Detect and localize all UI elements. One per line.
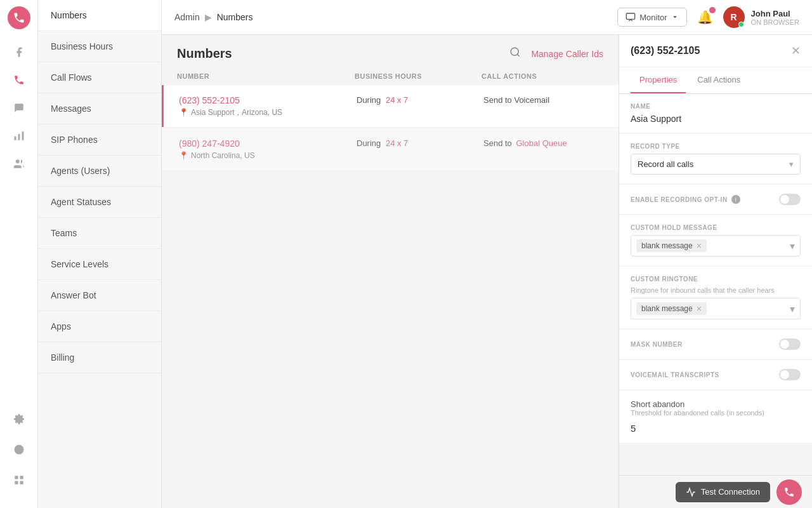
breadcrumb-arrow: ▶ (205, 12, 212, 22)
record-type-section: RECORD TYPE Record all calls ▾ (619, 134, 812, 184)
phone-number: (980) 247-4920 (179, 138, 357, 149)
voicemail-label: VOICEMAIL TRANSCRIPTS (631, 371, 719, 378)
nav-grid-icon[interactable] (6, 467, 32, 493)
sidebar-item-teams[interactable]: Teams (38, 218, 161, 249)
voicemail-toggle[interactable] (779, 369, 801, 380)
topbar: Admin ▶ Numbers Monitor 🔔 R John Paul (162, 0, 812, 35)
test-connection-button[interactable]: Test Connection (676, 482, 770, 502)
sidebar-item-apps[interactable]: Apps (38, 311, 161, 342)
record-type-value: Record all calls (638, 159, 693, 169)
mask-number-row: MASK NUMBER (631, 338, 801, 350)
row-number-cell: (623) 552-2105 📍 Asia Support, Arizona, … (179, 95, 357, 117)
col-number: NUMBER (177, 72, 355, 80)
sidebar-item-service-levels[interactable]: Service Levels (38, 249, 161, 280)
nav-phone-icon[interactable] (6, 67, 32, 93)
svg-point-12 (511, 48, 519, 55)
record-type-select[interactable]: Record all calls ▾ (631, 154, 801, 175)
dropdown-chevron-icon: ▾ (790, 303, 795, 315)
sidebar-item-business-hours[interactable]: Business Hours (38, 31, 161, 62)
manage-caller-ids-button[interactable]: Manage Caller Ids (531, 49, 603, 59)
enable-recording-label: ENABLE RECORDING OPT-IN (631, 196, 728, 203)
notification-icon[interactable]: 🔔 (697, 10, 713, 25)
table-header: NUMBER BUSINESS HOURS CALL ACTIONS (162, 67, 619, 85)
custom-ringtone-section: CUSTOM RINGTONE Ringtone for inbound cal… (619, 267, 812, 328)
sidebar-item-answer-bot[interactable]: Answer Bot (38, 280, 161, 311)
notification-badge (709, 7, 716, 13)
custom-ringtone-label: CUSTOM RINGTONE (631, 276, 801, 283)
numbers-panel: Numbers Manage Caller Ids NUMBER BUSINES… (162, 35, 619, 508)
short-abandon-title: Short abandon (631, 399, 801, 409)
right-panel-header: (623) 552-2105 ✕ (619, 35, 812, 67)
sidebar-item-agent-statuses[interactable]: Agent Statuses (38, 187, 161, 218)
short-abandon-section: Short abandon Threshold for abandoned ca… (619, 391, 812, 443)
row-location-text: Arizona, US (242, 108, 282, 117)
short-abandon-sub: Threshold for abandoned calls (in second… (631, 409, 801, 417)
hours-link[interactable]: 24 x 7 (386, 138, 408, 148)
user-status: ON BROWSER (751, 18, 799, 26)
bottom-bar: Test Connection (619, 475, 812, 508)
search-icon-btn[interactable] (509, 46, 521, 61)
sidebar-item-call-flows[interactable]: Call Flows (38, 62, 161, 93)
svg-line-13 (518, 54, 520, 56)
main-container: Admin ▶ Numbers Monitor 🔔 R John Paul (162, 0, 812, 508)
hours-link[interactable]: 24 x 7 (386, 95, 408, 105)
app-logo[interactable] (8, 6, 30, 29)
call-action-link[interactable]: Global Queue (516, 138, 566, 148)
svg-rect-1 (18, 134, 20, 140)
user-name: John Paul (751, 9, 799, 18)
tag-remove-icon[interactable]: × (697, 304, 702, 314)
name-label: NAME (631, 103, 801, 110)
nav-facebook-icon[interactable] (6, 39, 32, 65)
tab-call-actions[interactable]: Call Actions (688, 67, 749, 93)
tag-remove-icon[interactable]: × (697, 241, 702, 251)
topbar-right: Monitor 🔔 R John Paul ON BROWSER (617, 6, 799, 28)
nav-chat-icon[interactable] (6, 95, 32, 121)
breadcrumb-parent: Admin (174, 12, 200, 22)
dropdown-icon (671, 13, 679, 21)
row-hours-cell: During 24 x 7 (357, 138, 483, 160)
row-location-text: North Carolina, US (191, 151, 255, 160)
row-call-action: Send to Voicemail (483, 95, 603, 117)
sidebar-item-numbers[interactable]: Numbers (38, 0, 161, 31)
nav-contacts-icon[interactable] (6, 151, 32, 177)
chart-icon (686, 487, 696, 497)
row-call-action: Send to Global Queue (483, 138, 603, 160)
svg-rect-7 (15, 476, 18, 479)
svg-rect-10 (15, 481, 18, 485)
phone-icon (783, 486, 795, 498)
svg-rect-8 (20, 476, 23, 479)
location-icon: 📍 (179, 108, 188, 117)
sidebar-item-billing[interactable]: Billing (38, 342, 161, 373)
custom-hold-select[interactable]: blank message × ▾ (631, 235, 801, 257)
row-name: Asia Support (191, 108, 235, 117)
tab-properties[interactable]: Properties (631, 67, 686, 93)
custom-ringtone-select[interactable]: blank message × ▾ (631, 298, 801, 319)
enable-recording-toggle[interactable] (779, 194, 801, 205)
mask-number-section: MASK NUMBER (619, 330, 812, 359)
svg-rect-9 (20, 481, 23, 485)
mask-number-toggle[interactable] (779, 338, 801, 350)
sidebar-item-sip-phones[interactable]: SIP Phones (38, 124, 161, 156)
col-call-actions: CALL ACTIONS (481, 72, 603, 80)
monitor-button[interactable]: Monitor (617, 8, 686, 27)
sidebar-item-agents[interactable]: Agents (Users) (38, 156, 161, 187)
sidebar: Numbers Business Hours Call Flows Messag… (38, 0, 162, 508)
call-button[interactable] (776, 479, 802, 505)
record-type-label: RECORD TYPE (631, 143, 801, 150)
nav-chart-icon[interactable] (6, 123, 32, 149)
table-row[interactable]: (623) 552-2105 📍 Asia Support, Arizona, … (162, 85, 619, 127)
row-location: 📍 North Carolina, US (179, 151, 357, 160)
icon-bar (0, 0, 38, 508)
panel-tabs: Properties Call Actions (619, 67, 812, 94)
sidebar-item-messages[interactable]: Messages (38, 93, 161, 124)
voicemail-section: VOICEMAIL TRANSCRIPTS (619, 360, 812, 389)
nav-settings-icon[interactable] (6, 406, 32, 432)
numbers-title: Numbers (177, 46, 232, 61)
close-button[interactable]: ✕ (791, 44, 801, 58)
right-panel-title: (623) 552-2105 (631, 45, 700, 57)
nav-help-icon[interactable] (6, 437, 32, 462)
table-row[interactable]: (980) 247-4920 📍 North Carolina, US Duri… (162, 128, 619, 170)
info-icon[interactable]: i (731, 195, 740, 204)
custom-ringtone-tag: blank message × (636, 302, 707, 315)
mask-number-label: MASK NUMBER (631, 341, 683, 348)
